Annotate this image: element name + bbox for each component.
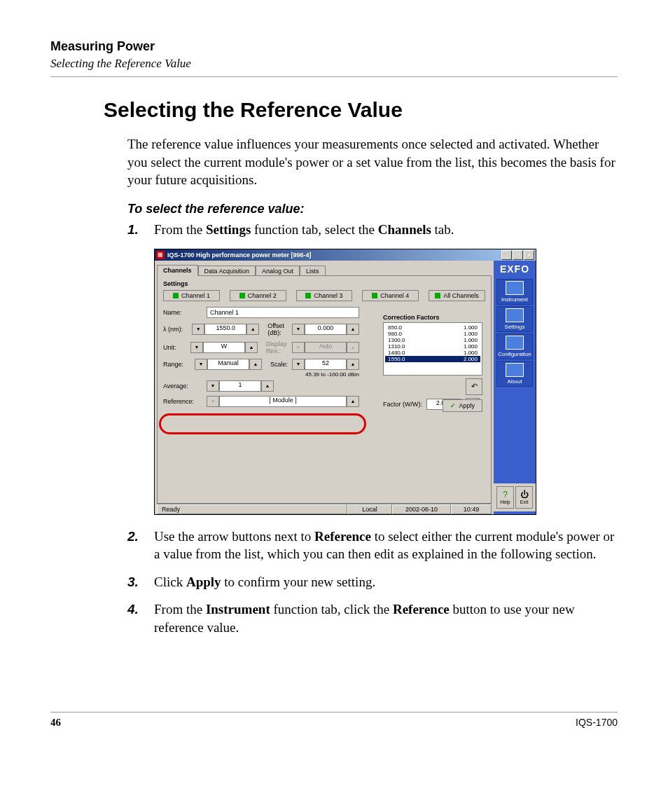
running-header-subsection: Selecting the Reference Value — [50, 57, 618, 71]
list-item-selected[interactable]: 1550.02.000 — [385, 356, 480, 362]
list-item[interactable]: 1300.01.000 — [385, 337, 480, 343]
display-res-input: Auto — [305, 342, 347, 353]
reference-down-button[interactable]: ▼ — [207, 396, 219, 407]
channel-2-button[interactable]: Channel 2 — [230, 290, 286, 301]
display-res-up-button: ▲ — [347, 342, 359, 353]
settings-icon — [506, 308, 524, 322]
unit-input[interactable]: W — [203, 342, 245, 353]
range-up-button[interactable]: ▲ — [249, 359, 262, 370]
status-bar: Ready Local 2002-06-10 10:49 — [157, 504, 492, 514]
page-number: 46 — [50, 717, 61, 729]
status-local: Local — [347, 504, 392, 514]
led-icon — [239, 293, 245, 298]
sidebar-instrument[interactable]: Instrument — [496, 279, 533, 305]
highlight-circle — [159, 413, 366, 434]
step-text: Use the arrow buttons next to Reference … — [154, 528, 618, 563]
step-number: 4. — [127, 600, 143, 636]
channel-1-button[interactable]: Channel 1 — [163, 290, 220, 301]
step-number: 2. — [127, 528, 143, 563]
footer-model: IQS-1700 — [576, 717, 618, 729]
step-number: 1. — [127, 221, 143, 239]
step-3: 3. Click Apply to confirm your new setti… — [127, 573, 618, 591]
help-icon: ? — [503, 490, 508, 500]
offset-up-button[interactable]: ▲ — [347, 324, 359, 335]
close-button[interactable]: × — [524, 250, 534, 260]
minimize-button[interactable]: _ — [501, 250, 512, 260]
status-ready: Ready — [157, 504, 347, 514]
tab-channels[interactable]: Channels — [157, 265, 198, 276]
lambda-down-button[interactable]: ▼ — [192, 324, 204, 335]
intro-paragraph: The reference value influences your meas… — [127, 135, 618, 189]
list-item[interactable]: 1480.01.000 — [385, 350, 480, 356]
apply-button[interactable]: ✓ Apply — [443, 399, 482, 412]
app-icon: ▦ — [156, 251, 165, 259]
tab-panel: Settings Channel 1 Channel 2 Channel 3 C… — [157, 275, 492, 504]
sidebar-configuration[interactable]: Configuration — [496, 333, 533, 359]
scale-down-button[interactable]: ▼ — [292, 359, 305, 370]
name-label: Name: — [163, 309, 202, 316]
window-title: IQS-1700 High performance power meter [9… — [167, 252, 501, 259]
list-item[interactable]: 850.01.000 — [385, 324, 480, 331]
scale-input[interactable]: 52 — [305, 359, 347, 370]
undo-button[interactable]: ↶ — [466, 378, 482, 395]
maximize-button[interactable]: □ — [513, 250, 523, 260]
offset-down-button[interactable]: ▼ — [292, 324, 305, 335]
step-1: 1. From the Settings function tab, selec… — [127, 221, 618, 239]
status-date: 2002-06-10 — [392, 504, 451, 514]
help-button[interactable]: ?Help — [496, 486, 514, 509]
header-rule — [50, 76, 618, 77]
configuration-icon — [506, 336, 524, 350]
offset-input[interactable]: 0.000 — [305, 324, 347, 335]
average-label: Average: — [163, 383, 202, 390]
section-title: Selecting the Reference Value — [104, 98, 618, 122]
scale-up-button[interactable]: ▲ — [347, 359, 359, 370]
tab-lists[interactable]: Lists — [300, 266, 326, 276]
all-channels-button[interactable]: All Channels — [429, 290, 485, 301]
tab-strip: Channels Data Acquisition Analog Out Lis… — [157, 263, 492, 275]
step-2: 2. Use the arrow buttons next to Referen… — [127, 528, 618, 563]
led-icon — [435, 293, 440, 298]
unit-down-button[interactable]: ▼ — [190, 342, 203, 353]
offset-label: Offset (dB): — [267, 322, 288, 336]
average-up-button[interactable]: ▲ — [261, 380, 274, 392]
range-down-button[interactable]: ▼ — [195, 359, 207, 370]
instrument-icon — [506, 281, 524, 295]
screenshot-figure: ▦ IQS-1700 High performance power meter … — [154, 249, 618, 515]
average-down-button[interactable]: ▼ — [207, 380, 219, 392]
page-footer: 46 IQS-1700 — [50, 712, 618, 729]
correction-factors-list[interactable]: 850.01.000 980.01.000 1300.01.000 1310.0… — [383, 322, 482, 376]
sidebar-settings[interactable]: Settings — [496, 306, 533, 332]
tab-data-acquisition[interactable]: Data Acquisition — [198, 266, 256, 276]
led-icon — [305, 293, 311, 298]
unit-label: Unit: — [163, 344, 186, 351]
sidebar-about[interactable]: About — [496, 361, 533, 387]
led-icon — [372, 293, 377, 298]
check-icon: ✓ — [450, 402, 456, 409]
tab-analog-out[interactable]: Analog Out — [256, 266, 300, 276]
unit-up-button[interactable]: ▲ — [245, 342, 258, 353]
about-icon — [506, 363, 524, 377]
step-text: From the Instrument function tab, click … — [154, 600, 618, 636]
list-item[interactable]: 1310.01.000 — [385, 343, 480, 350]
channel-3-button[interactable]: Channel 3 — [296, 290, 353, 301]
power-icon: ⏻ — [520, 490, 529, 500]
exit-button[interactable]: ⏻Exit — [515, 486, 533, 509]
lambda-up-button[interactable]: ▲ — [246, 324, 259, 335]
list-item[interactable]: 980.01.000 — [385, 331, 480, 337]
lambda-input[interactable]: 1550.0 — [204, 324, 246, 335]
step-4: 4. From the Instrument function tab, cli… — [127, 600, 618, 636]
step-text: Click Apply to confirm your new setting. — [154, 573, 375, 591]
average-input[interactable]: 1 — [219, 380, 261, 392]
range-input[interactable]: Manual — [207, 359, 249, 370]
factor-label: Factor (W/W): — [383, 401, 422, 408]
step-text: From the Settings function tab, select t… — [154, 221, 454, 239]
range-label: Range: — [163, 361, 190, 368]
reference-input[interactable]: [ Module ] — [219, 396, 347, 407]
name-input[interactable] — [207, 307, 359, 318]
reference-up-button[interactable]: ▲ — [347, 396, 359, 407]
step-number: 3. — [127, 573, 143, 591]
running-header-chapter: Measuring Power — [50, 39, 618, 54]
channel-4-button[interactable]: Channel 4 — [362, 290, 419, 301]
exfo-logo: EXFO — [500, 263, 529, 275]
status-time: 10:49 — [451, 504, 492, 514]
